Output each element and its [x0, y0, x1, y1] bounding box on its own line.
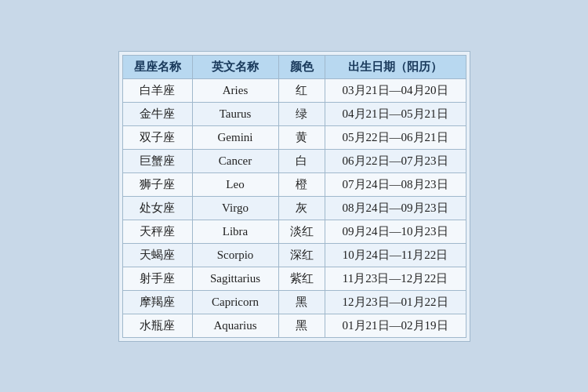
cell-english: Aquarius	[192, 314, 278, 337]
cell-date: 10月24日—11月22日	[325, 243, 466, 267]
cell-english: Cancer	[192, 149, 278, 172]
cell-color: 黄	[278, 125, 325, 149]
cell-color: 红	[278, 78, 325, 102]
cell-english: Sagittarius	[192, 267, 278, 290]
cell-date: 12月23日—01月22日	[325, 290, 466, 314]
cell-color: 绿	[278, 102, 325, 125]
cell-chinese: 摩羯座	[122, 290, 192, 314]
cell-chinese: 双子座	[122, 125, 192, 149]
cell-date: 06月22日—07月23日	[325, 149, 466, 172]
header-date: 出生日期（阳历）	[325, 55, 466, 78]
cell-chinese: 白羊座	[122, 78, 192, 102]
table-row: 天秤座Libra淡红09月24日—10月23日	[122, 220, 466, 243]
cell-date: 11月23日—12月22日	[325, 267, 466, 290]
cell-color: 灰	[278, 196, 325, 220]
table-row: 处女座Virgo灰08月24日—09月23日	[122, 196, 466, 220]
cell-chinese: 处女座	[122, 196, 192, 220]
table-row: 白羊座Aries红03月21日—04月20日	[122, 78, 466, 102]
table-row: 双子座Gemini黄05月22日—06月21日	[122, 125, 466, 149]
table-row: 水瓶座Aquarius黑01月21日—02月19日	[122, 314, 466, 337]
cell-chinese: 巨蟹座	[122, 149, 192, 172]
cell-chinese: 狮子座	[122, 172, 192, 196]
cell-date: 04月21日—05月21日	[325, 102, 466, 125]
table-header-row: 星座名称 英文名称 颜色 出生日期（阳历）	[122, 55, 466, 78]
header-color: 颜色	[278, 55, 325, 78]
header-english: 英文名称	[192, 55, 278, 78]
cell-color: 黑	[278, 314, 325, 337]
cell-chinese: 金牛座	[122, 102, 192, 125]
cell-english: Taurus	[192, 102, 278, 125]
cell-chinese: 天蝎座	[122, 243, 192, 267]
cell-color: 黑	[278, 290, 325, 314]
zodiac-table: 星座名称 英文名称 颜色 出生日期（阳历） 白羊座Aries红03月21日—04…	[122, 55, 466, 338]
cell-date: 05月22日—06月21日	[325, 125, 466, 149]
cell-color: 淡红	[278, 220, 325, 243]
cell-date: 09月24日—10月23日	[325, 220, 466, 243]
cell-english: Gemini	[192, 125, 278, 149]
cell-date: 07月24日—08月23日	[325, 172, 466, 196]
cell-color: 深红	[278, 243, 325, 267]
cell-english: Libra	[192, 220, 278, 243]
table-row: 狮子座Leo橙07月24日—08月23日	[122, 172, 466, 196]
cell-chinese: 射手座	[122, 267, 192, 290]
table-row: 巨蟹座Cancer白06月22日—07月23日	[122, 149, 466, 172]
cell-english: Virgo	[192, 196, 278, 220]
cell-color: 紫红	[278, 267, 325, 290]
cell-english: Aries	[192, 78, 278, 102]
cell-english: Scorpio	[192, 243, 278, 267]
table-row: 金牛座Taurus绿04月21日—05月21日	[122, 102, 466, 125]
table-row: 天蝎座Scorpio深红10月24日—11月22日	[122, 243, 466, 267]
header-chinese: 星座名称	[122, 55, 192, 78]
cell-date: 03月21日—04月20日	[325, 78, 466, 102]
cell-english: Capricorn	[192, 290, 278, 314]
cell-english: Leo	[192, 172, 278, 196]
table-row: 射手座Sagittarius紫红11月23日—12月22日	[122, 267, 466, 290]
table-row: 摩羯座Capricorn黑12月23日—01月22日	[122, 290, 466, 314]
cell-chinese: 水瓶座	[122, 314, 192, 337]
cell-color: 白	[278, 149, 325, 172]
cell-date: 01月21日—02月19日	[325, 314, 466, 337]
cell-date: 08月24日—09月23日	[325, 196, 466, 220]
cell-color: 橙	[278, 172, 325, 196]
zodiac-table-container: 星座名称 英文名称 颜色 出生日期（阳历） 白羊座Aries红03月21日—04…	[118, 51, 470, 342]
cell-chinese: 天秤座	[122, 220, 192, 243]
